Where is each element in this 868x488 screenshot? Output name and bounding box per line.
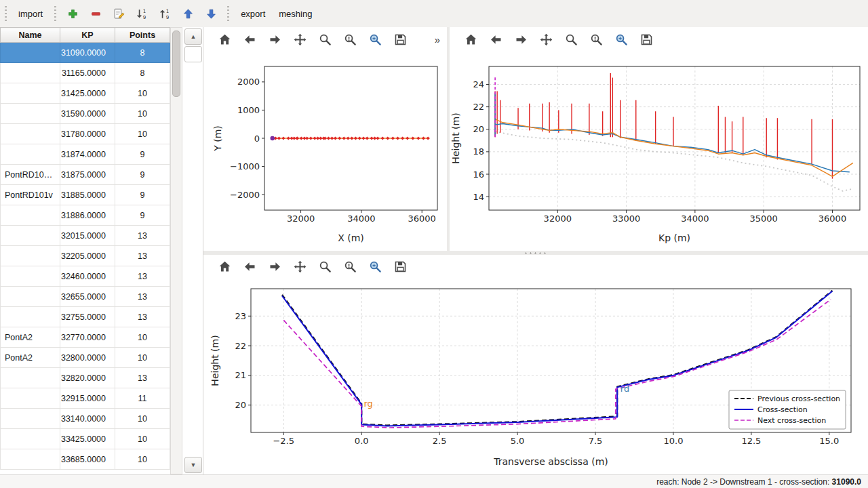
mpl-save-button[interactable] xyxy=(391,30,409,48)
mpl-zoom-button[interactable] xyxy=(316,30,334,48)
table-row[interactable]: 32460.0000 13 xyxy=(1,266,170,287)
cell-points[interactable]: 9 xyxy=(115,185,170,205)
cell-points[interactable]: 13 xyxy=(115,246,170,266)
mpl-zoom-selection-button[interactable] xyxy=(366,258,384,275)
cell-kp[interactable]: 32820.0000 xyxy=(60,368,115,388)
mpl-forward-button[interactable] xyxy=(512,30,530,48)
table-row[interactable]: 32655.0000 13 xyxy=(1,287,170,307)
column-header-points[interactable]: Points xyxy=(115,28,170,43)
cell-name[interactable] xyxy=(1,63,60,83)
move-down-button[interactable] xyxy=(201,4,220,23)
mpl-back-button[interactable] xyxy=(241,258,258,275)
table-row[interactable]: 31886.0000 9 xyxy=(1,205,170,226)
table-row[interactable]: 31165.0000 8 xyxy=(1,63,170,83)
cell-points[interactable]: 8 xyxy=(115,63,170,83)
mpl-pan-button[interactable] xyxy=(291,30,309,48)
cell-kp[interactable]: 32655.0000 xyxy=(60,287,115,307)
table-scrollbar-thumb[interactable] xyxy=(172,30,180,97)
mpl-forward-button[interactable] xyxy=(266,30,283,48)
cell-name[interactable] xyxy=(1,205,60,226)
cell-kp[interactable]: 31090.0000 xyxy=(60,43,115,63)
column-header-name[interactable]: Name xyxy=(1,28,60,43)
cell-kp[interactable]: 31875.0000 xyxy=(60,165,115,185)
mpl-forward-button[interactable] xyxy=(266,258,283,275)
cell-points[interactable]: 9 xyxy=(115,205,170,226)
cell-kp[interactable]: 31165.0000 xyxy=(60,63,115,83)
cell-name[interactable] xyxy=(1,124,60,144)
toolbar-overflow-button[interactable]: » xyxy=(431,33,444,47)
mpl-inspect-button[interactable] xyxy=(341,30,359,48)
table-row[interactable]: PontRD101v 31885.0000 9 xyxy=(1,185,170,205)
table-row[interactable]: 33685.0000 10 xyxy=(1,449,170,470)
mpl-inspect-button[interactable] xyxy=(587,30,605,48)
table-row[interactable]: 33425.0000 10 xyxy=(1,429,170,449)
mpl-back-button[interactable] xyxy=(487,30,505,48)
edit-cross-section-button[interactable] xyxy=(109,4,128,23)
cell-points[interactable]: 10 xyxy=(115,104,170,124)
scroll-down-button[interactable]: ▼ xyxy=(184,457,202,473)
cell-kp[interactable]: 32770.0000 xyxy=(60,327,115,348)
mpl-zoom-button[interactable] xyxy=(316,258,334,275)
menu-meshing[interactable]: meshing xyxy=(272,6,319,22)
cell-name[interactable] xyxy=(1,449,60,470)
cell-name[interactable]: PontA2 xyxy=(1,327,60,348)
cell-points[interactable]: 10 xyxy=(115,327,170,348)
mpl-zoom-button[interactable] xyxy=(562,30,580,48)
table-scrollbar[interactable] xyxy=(170,27,182,474)
cell-name[interactable] xyxy=(1,83,60,104)
table-row[interactable]: 31874.0000 9 xyxy=(1,144,170,165)
plan-figure[interactable]: 320003400036000−2000−1000010002000X (m)Y… xyxy=(203,52,447,251)
cell-name[interactable] xyxy=(1,104,60,124)
cell-points[interactable]: 10 xyxy=(115,409,170,429)
cell-points[interactable]: 11 xyxy=(115,388,170,409)
column-header-kp[interactable]: KP xyxy=(60,28,115,43)
mpl-pan-button[interactable] xyxy=(291,258,309,275)
panel-scrollbar-thumb[interactable] xyxy=(184,46,202,62)
cell-name[interactable]: PontA2 xyxy=(1,348,60,368)
cell-name[interactable] xyxy=(1,246,60,266)
sort-ascending-button[interactable] xyxy=(132,4,151,23)
cell-kp[interactable]: 32800.0000 xyxy=(60,348,115,368)
cell-points[interactable]: 9 xyxy=(115,144,170,165)
cell-points[interactable]: 13 xyxy=(115,266,170,287)
add-cross-section-button[interactable] xyxy=(63,4,82,23)
cell-points[interactable]: 13 xyxy=(115,307,170,327)
cell-name[interactable] xyxy=(1,266,60,287)
mpl-home-button[interactable] xyxy=(216,258,233,275)
move-up-button[interactable] xyxy=(178,4,197,23)
menu-import[interactable]: import xyxy=(12,6,50,22)
mpl-pan-button[interactable] xyxy=(537,30,555,48)
cell-points[interactable]: 10 xyxy=(115,348,170,368)
table-row[interactable]: 32755.0000 13 xyxy=(1,307,170,327)
cell-points[interactable]: 13 xyxy=(115,368,170,388)
cell-kp[interactable]: 31590.0000 xyxy=(60,104,115,124)
table-row[interactable]: PontA2 32770.0000 10 xyxy=(1,327,170,348)
mpl-inspect-button[interactable] xyxy=(341,258,359,275)
mpl-zoom-selection-button[interactable] xyxy=(612,30,630,48)
mpl-save-button[interactable] xyxy=(391,258,409,275)
profile-figure[interactable]: 3200033000340003500036000141618202224Kp … xyxy=(450,52,868,251)
cell-kp[interactable]: 32915.0000 xyxy=(60,388,115,409)
cell-name[interactable] xyxy=(1,43,60,63)
cell-kp[interactable]: 31874.0000 xyxy=(60,144,115,165)
table-row[interactable]: 31090.0000 8 xyxy=(1,43,170,63)
mpl-save-button[interactable] xyxy=(637,30,655,48)
cell-kp[interactable]: 31780.0000 xyxy=(60,124,115,144)
table-row[interactable]: 32205.0000 13 xyxy=(1,246,170,266)
cell-name[interactable]: PontRD10… xyxy=(1,165,60,185)
cell-name[interactable] xyxy=(1,388,60,409)
menu-export[interactable]: export xyxy=(234,6,272,22)
cell-points[interactable]: 9 xyxy=(115,165,170,185)
cell-points[interactable]: 13 xyxy=(115,287,170,307)
cell-kp[interactable]: 32205.0000 xyxy=(60,246,115,266)
cell-kp[interactable]: 31425.0000 xyxy=(60,83,115,104)
cell-points[interactable]: 10 xyxy=(115,124,170,144)
cell-name[interactable] xyxy=(1,287,60,307)
cell-name[interactable] xyxy=(1,307,60,327)
mpl-zoom-selection-button[interactable] xyxy=(366,30,384,48)
cell-points[interactable]: 10 xyxy=(115,429,170,449)
cell-kp[interactable]: 31886.0000 xyxy=(60,205,115,226)
cell-kp[interactable]: 32755.0000 xyxy=(60,307,115,327)
sort-descending-button[interactable] xyxy=(155,4,174,23)
cell-name[interactable]: PontRD101v xyxy=(1,185,60,205)
